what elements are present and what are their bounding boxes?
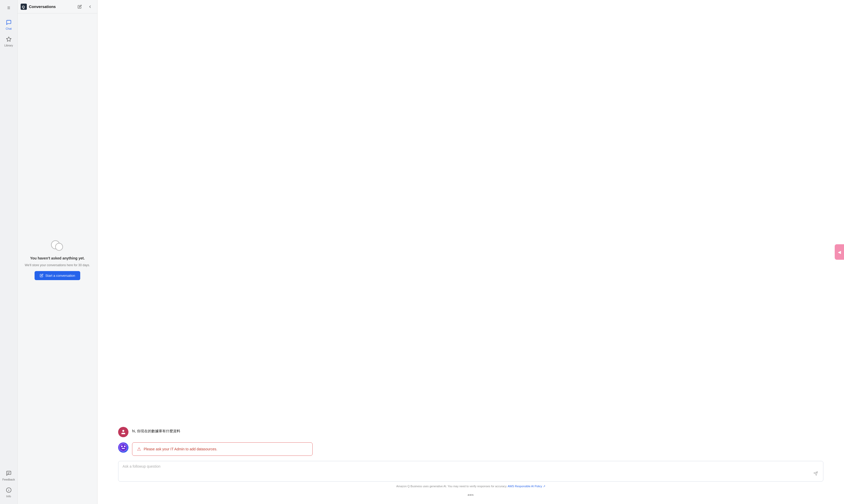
conversations-panel: Q Conversations You haven't asked anythi… [18, 0, 97, 504]
warning-icon: ⚠ [137, 446, 141, 452]
send-icon [813, 471, 818, 476]
main-chat-area: hi, 你現在的數據庫有什麼資料 ⚠ Please ask your IT Ad… [97, 0, 844, 504]
start-conv-icon [40, 274, 43, 277]
footer-disclaimer: Amazon Q Business uses generative AI. Yo… [118, 485, 823, 490]
info-icon [6, 487, 12, 494]
bot-message-row: ⚠ Please ask your IT Admin to add dataso… [118, 442, 823, 456]
user-avatar-icon [121, 429, 126, 435]
user-avatar [118, 427, 128, 437]
external-link-icon: ↗ [543, 485, 545, 488]
bot-avatar-icon [119, 443, 128, 452]
svg-rect-13 [121, 446, 123, 447]
followup-input[interactable] [123, 464, 812, 477]
error-message-text: Please ask your IT Admin to add datasour… [144, 447, 217, 451]
icon-sidebar: ☰ Chat Library [0, 0, 18, 504]
sidebar-item-feedback[interactable]: Feedback [0, 468, 17, 484]
conversations-empty-state: You haven't asked anything yet. We'll st… [18, 13, 97, 504]
svg-point-10 [122, 430, 124, 432]
collapse-panel-button[interactable] [86, 3, 94, 11]
q-logo: Q [21, 4, 27, 10]
hamburger-icon: ☰ [7, 6, 10, 10]
input-area: Amazon Q Business uses generative AI. Yo… [97, 461, 844, 504]
edit-icon [78, 5, 82, 9]
chat-icon [6, 20, 12, 26]
conversations-title: Conversations [29, 4, 73, 9]
float-side-button[interactable]: ◀ [835, 244, 844, 260]
disclaimer-text: Amazon Q Business uses generative AI. Yo… [396, 485, 507, 488]
svg-text:Q: Q [22, 5, 25, 9]
user-message-content: hi, 你現在的數據庫有什麼資料 [132, 427, 180, 434]
start-conversation-label: Start a conversation [46, 274, 75, 277]
sidebar-item-info-label: Info [6, 495, 11, 498]
empty-conversations-icon [50, 237, 65, 253]
empty-subtitle: We'll store your conversations here for … [25, 263, 90, 267]
start-conversation-button[interactable]: Start a conversation [35, 271, 80, 280]
float-icon: ◀ [838, 250, 841, 255]
svg-rect-15 [122, 448, 125, 449]
svg-rect-14 [124, 446, 125, 447]
bottom-nav: Feedback Info [0, 467, 17, 504]
sidebar-item-library-label: Library [4, 44, 13, 47]
empty-title: You haven't asked anything yet. [30, 256, 85, 260]
policy-link-text: AWS Responsible AI Policy [508, 485, 542, 488]
user-message-row: hi, 你現在的數據庫有什麼資料 [118, 427, 823, 437]
sidebar-item-library[interactable]: Library [0, 34, 17, 50]
chevron-left-icon [88, 5, 92, 9]
new-conversation-button[interactable] [76, 3, 84, 11]
sidebar-item-chat[interactable]: Chat [0, 17, 17, 33]
svg-point-9 [55, 243, 63, 250]
chat-messages: hi, 你現在的數據庫有什麼資料 ⚠ Please ask your IT Ad… [97, 0, 844, 461]
nav-items: Chat Library [0, 15, 17, 467]
bot-error-message: ⚠ Please ask your IT Admin to add dataso… [132, 442, 312, 456]
aws-logo: aws [118, 493, 823, 499]
send-button[interactable] [812, 470, 819, 478]
responsible-ai-link[interactable]: AWS Responsible AI Policy ↗ [508, 485, 545, 488]
svg-marker-0 [6, 37, 11, 41]
sidebar-item-feedback-label: Feedback [2, 478, 15, 481]
chat-input-box [118, 461, 823, 482]
library-icon [6, 36, 12, 43]
sidebar-item-info[interactable]: Info [0, 485, 17, 500]
sidebar-item-chat-label: Chat [6, 27, 12, 30]
bot-avatar [118, 442, 128, 453]
conversations-header: Q Conversations [18, 0, 97, 13]
menu-button[interactable]: ☰ [3, 2, 15, 13]
feedback-icon [6, 470, 12, 477]
